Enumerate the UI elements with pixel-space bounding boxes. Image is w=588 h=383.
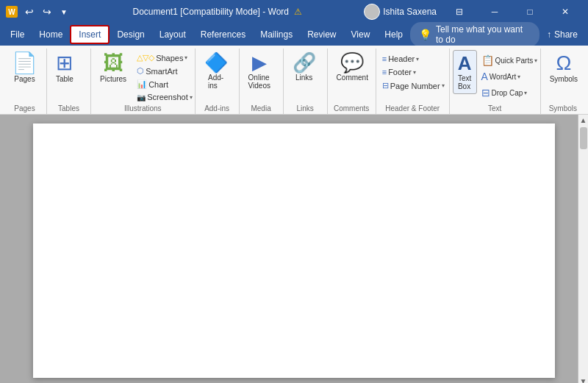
dropcap-arrow: ▾ xyxy=(524,90,527,96)
video-button[interactable]: ▶ OnlineVideos xyxy=(243,50,276,93)
menu-file[interactable]: File xyxy=(3,25,32,44)
customize-quick-access[interactable]: ▼ xyxy=(57,7,71,18)
header-label: Header xyxy=(388,54,415,63)
scroll-thumb[interactable] xyxy=(580,127,587,149)
menu-home[interactable]: Home xyxy=(32,25,70,44)
ribbon-group-media: ▶ OnlineVideos Media xyxy=(240,49,284,114)
share-button[interactable]: ↑ Share xyxy=(539,26,585,43)
illustrations-group-label: Illustrations xyxy=(94,103,192,114)
chart-icon: 📊 xyxy=(137,79,147,89)
table-button[interactable]: ⊞ Table xyxy=(50,50,79,86)
shapes-dropdown-arrow: ▾ xyxy=(184,54,187,61)
screenshot-dropdown-arrow: ▾ xyxy=(190,94,193,101)
share-icon: ↑ xyxy=(547,29,551,40)
title-bar-left: W ↩ ↪ ▼ xyxy=(6,4,71,19)
settings-button[interactable]: ⊟ xyxy=(442,0,476,24)
quick-access-toolbar: ↩ ↪ ▼ xyxy=(22,4,71,19)
warning-icon: ⚠ xyxy=(294,7,302,17)
symbols-button[interactable]: Ω Symbols xyxy=(544,50,584,86)
addins-group-label: Add-ins xyxy=(198,103,236,114)
menu-insert[interactable]: Insert xyxy=(70,25,110,44)
smartart-button[interactable]: ⬡ SmartArt xyxy=(134,65,196,77)
textbox-button[interactable]: A TextBox xyxy=(453,50,477,94)
addins-icon: 🔷 xyxy=(204,53,228,72)
menu-layout[interactable]: Layout xyxy=(152,25,193,44)
links-icon: 🔗 xyxy=(293,53,316,72)
video-label: OnlineVideos xyxy=(248,74,270,90)
ribbon-group-pages: 📄 Pages Pages xyxy=(3,49,47,114)
app-icon: W xyxy=(6,6,18,18)
pages-button[interactable]: 📄 Pages xyxy=(6,50,43,86)
scroll-up-arrow[interactable]: ▲ xyxy=(578,115,588,126)
menu-references[interactable]: References xyxy=(193,25,253,44)
menu-bar: File Home Insert Design Layout Reference… xyxy=(0,24,588,46)
undo-button[interactable]: ↩ xyxy=(22,4,37,19)
quick-parts-icon: 📋 xyxy=(481,54,494,66)
chart-button[interactable]: 📊 Chart xyxy=(134,78,196,90)
quick-parts-label: Quick Parts xyxy=(495,57,534,65)
title-bar: W ↩ ↪ ▼ Document1 [Compatibility Mode] -… xyxy=(0,0,588,24)
menu-mailings[interactable]: Mailings xyxy=(253,25,300,44)
shapes-button[interactable]: △▽◇ Shapes ▾ xyxy=(134,51,196,64)
redo-button[interactable]: ↪ xyxy=(40,4,54,19)
pages-group-label: Pages xyxy=(6,103,43,114)
shapes-icon: △▽◇ xyxy=(137,53,154,62)
page-number-button[interactable]: ⊟ Page Number ▾ xyxy=(379,79,448,92)
pictures-button[interactable]: 🖼 Pictures xyxy=(94,50,132,86)
menu-bar-right: 💡 Tell me what you want to do ↑ Share xyxy=(410,22,585,47)
table-icon: ⊞ xyxy=(56,53,73,74)
ribbon-group-text: A TextBox 📋 Quick Parts ▾ A WordArt ▾ xyxy=(450,49,541,114)
menu-review[interactable]: Review xyxy=(300,25,343,44)
maximize-button[interactable]: □ xyxy=(513,0,547,24)
smartart-icon: ⬡ xyxy=(137,66,144,76)
textbox-icon: A xyxy=(458,54,472,73)
close-button[interactable]: ✕ xyxy=(548,0,582,24)
shapes-label: Shapes xyxy=(156,54,183,62)
text-group-label: Text xyxy=(453,103,537,114)
ribbon-group-comments: 💬 Comment Comments xyxy=(328,49,376,114)
wordart-label: WordArt xyxy=(490,73,517,81)
share-label: Share xyxy=(554,29,578,40)
media-group-label: Media xyxy=(243,103,280,114)
ribbon-group-links: 🔗 Links Links xyxy=(284,49,328,114)
footer-button[interactable]: ≡ Footer ▾ xyxy=(379,66,448,78)
menu-help[interactable]: Help xyxy=(377,25,410,44)
scroll-down-arrow[interactable]: ▼ xyxy=(578,376,588,383)
ribbon-group-tables: ⊞ Table Tables xyxy=(47,49,91,114)
vertical-scrollbar[interactable]: ▲ ▼ xyxy=(578,115,588,383)
lightbulb-icon: 💡 xyxy=(419,29,431,40)
addins-button[interactable]: 🔷 Add-ins xyxy=(198,50,234,93)
word-document-page[interactable] xyxy=(33,124,555,378)
window-controls: ⊟ ─ □ ✕ xyxy=(442,0,582,24)
user-info[interactable]: Ishita Saxena xyxy=(364,4,437,20)
quick-parts-button[interactable]: 📋 Quick Parts ▾ xyxy=(478,53,541,68)
screenshot-button[interactable]: 📷 Screenshot ▾ xyxy=(134,91,196,103)
tables-group-label: Tables xyxy=(50,103,87,114)
addins-label: Add-ins xyxy=(208,74,223,90)
dropcap-button[interactable]: ⊟ Drop Cap ▾ xyxy=(478,85,541,100)
page-number-label: Page Number xyxy=(390,82,440,90)
comment-button[interactable]: 💬 Comment xyxy=(331,50,374,85)
page-container: ▲ ▼ xyxy=(0,115,588,383)
user-avatar xyxy=(364,4,380,20)
textbox-label: TextBox xyxy=(458,74,471,90)
minimize-button[interactable]: ─ xyxy=(478,0,512,24)
wordart-arrow: ▾ xyxy=(517,74,520,80)
smartart-label: SmartArt xyxy=(146,67,177,76)
wordart-button[interactable]: A WordArt ▾ xyxy=(478,69,541,84)
footer-dropdown-arrow: ▾ xyxy=(413,69,416,76)
pages-icon: 📄 xyxy=(12,53,37,74)
pictures-label: Pictures xyxy=(100,75,126,83)
tell-me-box[interactable]: 💡 Tell me what you want to do xyxy=(410,22,539,47)
window-title: Document1 [Compatibility Mode] - Word ⚠ xyxy=(71,7,364,17)
dropcap-label: Drop Cap xyxy=(492,89,523,97)
menu-design[interactable]: Design xyxy=(110,25,151,44)
header-button[interactable]: ≡ Header ▾ xyxy=(379,53,448,65)
footer-icon: ≡ xyxy=(382,68,387,76)
title-bar-right: Ishita Saxena ⊟ ─ □ ✕ xyxy=(364,0,582,24)
symbols-icon: Ω xyxy=(556,53,571,74)
links-button[interactable]: 🔗 Links xyxy=(287,50,322,85)
dropcap-icon: ⊟ xyxy=(481,87,490,99)
menu-view[interactable]: View xyxy=(344,25,378,44)
links-label: Links xyxy=(295,74,312,82)
